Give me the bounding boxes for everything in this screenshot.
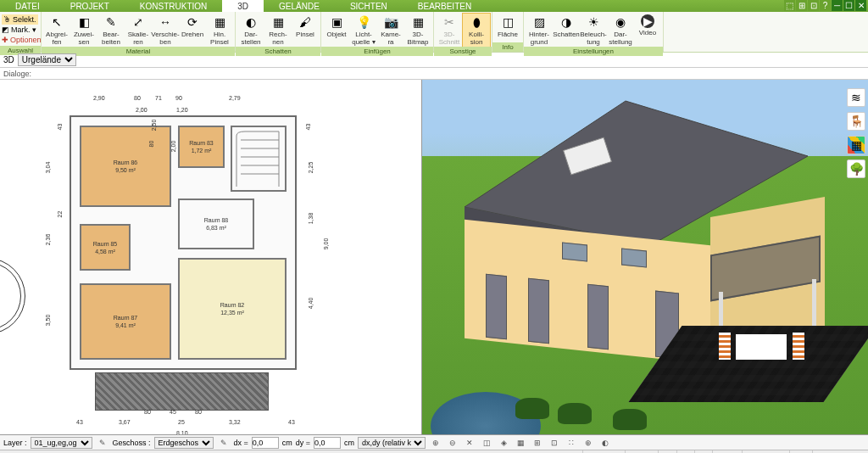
bearbeiten-button[interactable]: ✎Bear- beiten [97,14,125,47]
verschieben-button[interactable]: ↔Verschie- ben [152,14,179,47]
dim-left2: 43 [57,124,63,131]
video-button[interactable]: ▶Video [634,14,661,37]
layer-label: Layer : [3,439,27,447]
window [562,242,587,261]
tree-icon[interactable]: 🌳 [847,159,865,178]
arc-shape-inner [0,262,21,330]
terrain-select[interactable]: Urgelände [18,53,76,66]
kollision-button[interactable]: ⬮Kolli- sion [463,14,490,47]
room-82[interactable]: Raum 8212,35 m² [178,258,287,360]
layer-settings-icon[interactable]: ✎ [96,437,109,449]
maximize-icon[interactable]: ☐ [843,0,854,11]
menu-right-icons: ⬚ ⊞ ⊡ ? ─ ☐ ✕ [784,0,868,12]
ribbon-group-label: Sonstige [434,47,492,56]
dim-top: 2,90 [93,95,105,101]
menu-3d[interactable]: 3D [222,0,264,12]
menu-projekt[interactable]: PROJEKT [55,0,125,12]
dim-bottom: 43 [76,419,83,425]
dim-left: 2,36 [45,234,51,246]
room-83[interactable]: Raum 831,72 m² [178,126,225,168]
tool-icon[interactable]: ▦ [514,437,527,449]
chair [793,333,804,360]
ribbon-group-material: ↖Abgrei- fen ◧Zuwei- sen ✎Bear- beiten ⤢… [42,12,236,52]
abgreifen-button[interactable]: ↖Abgrei- fen [43,14,70,47]
tool-icon[interactable]: ⊕ [581,437,595,449]
floorplan[interactable]: Raum 869,50 m² Raum 831,72 m² Raum 854,5… [70,115,297,370]
stairwell[interactable] [231,126,287,192]
ribbon-group-schatten: ◐Dar- stellen ▦Rech- nen 🖌Pinsel Schatte… [236,12,321,52]
flaeche-button[interactable]: ◫Fläche [494,14,521,39]
menu-konstruktion[interactable]: KONSTRUKTION [125,0,222,12]
lichtquelle-button[interactable]: 💡Licht- quelle ▾ [350,14,377,47]
room-87[interactable]: Raum 879,41 m² [80,283,171,360]
brush-bg-icon: ▦ [212,14,227,30]
dy-label: dy = [296,439,310,447]
menu-sichten[interactable]: SICHTEN [335,0,403,12]
dim-bottom2: 45 [170,409,176,415]
furniture-icon[interactable]: 🪑 [847,112,865,131]
bitmap-icon: ▦ [410,14,426,30]
objekt-button[interactable]: ▣Objekt [323,14,350,39]
tool-icon[interactable]: ∷ [565,437,578,449]
help-icon[interactable]: ? [820,0,831,11]
menu-datei[interactable]: DATEI [0,0,55,12]
rechnen-button[interactable]: ▦Rech- nen [264,14,292,47]
move-icon: ↔ [158,14,173,30]
beleuchtung-button[interactable]: ☀Beleuch- tung [580,14,607,47]
darstellung-button[interactable]: ◉Dar- stellung [607,14,634,47]
layers-icon[interactable]: ≋ [847,88,865,107]
3d-viewport[interactable]: ≋ 🪑 ▦ 🌳 [422,80,868,434]
room-85[interactable]: Raum 854,58 m² [80,224,131,271]
materials-icon[interactable]: ▦ [847,136,865,154]
terrace[interactable] [95,372,269,411]
kamera-button[interactable]: 📷Kame- ra [377,14,404,47]
toolbar-icon-1[interactable]: ⬚ [784,0,795,11]
minimize-icon[interactable]: ─ [832,0,843,11]
3dschnitt-button[interactable]: ✂3D- Schnitt [436,14,463,47]
dx-input[interactable] [252,437,279,449]
tool-icon[interactable]: ⊕ [429,437,442,449]
menu-gelaende[interactable]: GELÄNDE [264,0,335,12]
geschoss-select[interactable]: Erdgeschos [154,437,214,449]
cut-icon: ✂ [442,14,457,30]
layer-select[interactable]: 01_ug,eg,og [31,437,92,449]
tool-icon[interactable]: ⊖ [446,437,459,449]
tool-icon[interactable]: ◐ [598,437,612,449]
brush-icon: 🖌 [298,14,313,30]
close-icon[interactable]: ✕ [855,0,866,11]
dy-input[interactable] [314,437,341,449]
geschoss-settings-icon[interactable]: ✎ [217,437,231,449]
darstellen-button[interactable]: ◐Dar- stellen [237,14,264,47]
door [528,278,549,344]
zuweisen-button[interactable]: ◧Zuwei- sen [70,14,97,47]
schatten-button[interactable]: ◑Schatten [553,14,580,39]
hinpinsel-button[interactable]: ▦Hin. Pinsel [206,14,233,47]
collision-icon: ⬮ [469,14,484,30]
tool-icon[interactable]: ◈ [497,437,510,449]
drehen-button[interactable]: ⟳Drehen [179,14,206,39]
toolbar-icon-3[interactable]: ⊡ [808,0,819,11]
scale-icon: ⤢ [131,14,146,30]
tool-icon[interactable]: ⊞ [531,437,544,449]
dxdy-mode-select[interactable]: dx,dy (relativ ka [358,437,426,449]
room-86[interactable]: Raum 869,50 m² [80,126,171,207]
room-88[interactable]: Raum 886,83 m² [178,199,254,249]
floorplan-pane[interactable]: 2,90 80 71 90 2,79 2,00 1,20 Raum 869,50… [0,80,422,434]
skalieren-button[interactable]: ⤢Skalie- ren [125,14,152,47]
3dbitmap-button[interactable]: ▦3D- Bitmap [404,14,431,47]
cm-label: cm [282,439,292,447]
toolbar-icon-2[interactable]: ⊞ [796,0,807,11]
tool-icon[interactable]: ⊡ [548,437,561,449]
pinsel-button[interactable]: 🖌Pinsel [292,14,319,39]
ribbon-group-label: Einstellungen [524,47,663,56]
tool-icon[interactable]: ✕ [463,437,476,449]
main-menu: DATEI PROJEKT KONSTRUKTION 3D GELÄNDE SI… [0,0,868,12]
dim-top: 71 [155,95,162,101]
hintergrund-button[interactable]: ▨Hinter- grund [526,14,553,47]
dim-bottom2: 80 [195,409,202,415]
tool-icon[interactable]: ◫ [480,437,493,449]
sun-icon: ☀ [586,14,601,30]
menu-bearbeiten[interactable]: BEARBEITEN [403,0,487,12]
dim-bottom: 43 [288,419,295,425]
selekt-button[interactable]: 🖱 Selekt. ◩ Mark. ▾ ✚ Optionen [2,14,39,46]
